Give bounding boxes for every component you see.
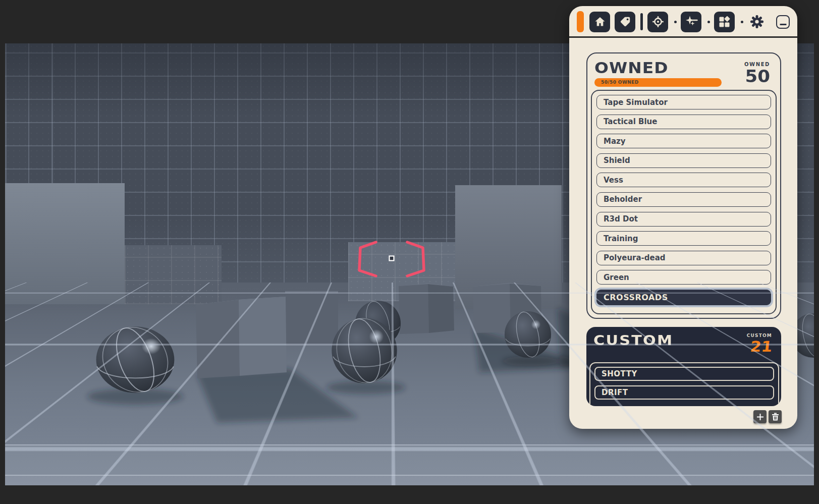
layout-grid-icon	[718, 16, 731, 28]
accent-bar	[577, 11, 584, 32]
tag-icon	[619, 16, 631, 28]
list-item-green[interactable]: Green	[596, 270, 771, 285]
list-item-beholder[interactable]: Beholder	[596, 192, 771, 207]
separator-dot	[741, 21, 743, 23]
custom-section: CUSTOM CUSTOM 21 SHOTTY DRIFT	[586, 327, 781, 406]
home-icon	[594, 16, 606, 28]
list-item-tape-simulator[interactable]: Tape Simulator	[596, 95, 771, 109]
panel-actions	[753, 410, 782, 423]
list-item-drift[interactable]: DRIFT	[594, 385, 774, 400]
app-window: OWNED 50/50 OWNED OWNED 50 Tape Simulato…	[0, 0, 819, 504]
scene-wall-right	[455, 185, 562, 309]
trash-icon	[772, 413, 779, 421]
target-sphere-center[interactable]	[331, 317, 398, 386]
plus-icon	[756, 413, 765, 421]
list-item-crossroads-selected[interactable]: CROSSROADS	[596, 290, 771, 305]
minimize-icon	[780, 24, 786, 25]
spark-icon	[685, 15, 698, 28]
home-button[interactable]	[589, 12, 610, 32]
add-custom-button[interactable]	[753, 410, 767, 423]
list-item-mazy[interactable]: Mazy	[596, 134, 771, 148]
layout-tab-button[interactable]	[714, 12, 735, 32]
delete-custom-button[interactable]	[769, 410, 782, 423]
owned-count: OWNED 50	[744, 62, 770, 85]
custom-count: CUSTOM 21	[747, 333, 772, 354]
cube-small	[285, 291, 338, 345]
scene-wall-center	[348, 242, 460, 301]
custom-count-value: 21	[744, 340, 773, 354]
target-sphere-left[interactable]	[95, 326, 175, 396]
owned-count-value: 50	[742, 68, 770, 85]
separator-dot	[674, 21, 677, 23]
list-item-r3d-dot[interactable]: R3d Dot	[596, 212, 771, 227]
gear-icon	[749, 14, 765, 29]
toolbar-divider	[640, 13, 643, 30]
panel-toolbar	[577, 11, 790, 32]
target-sphere-right[interactable]	[504, 311, 552, 360]
list-item-tactical-blue[interactable]: Tactical Blue	[596, 115, 771, 129]
scene-wall-left	[5, 183, 125, 304]
scene-platform-edge-near	[5, 475, 814, 485]
list-item-shotty[interactable]: SHOTTY	[594, 367, 774, 381]
owned-section: OWNED 50/50 OWNED OWNED 50 Tape Simulato…	[586, 52, 781, 319]
owned-progress-bar: 50/50 OWNED	[594, 78, 722, 87]
crosshair-panel: OWNED 50/50 OWNED OWNED 50 Tape Simulato…	[569, 6, 797, 429]
tag-button[interactable]	[615, 12, 635, 32]
minimize-button[interactable]	[776, 15, 790, 29]
settings-button[interactable]	[749, 14, 765, 29]
owned-crosshair-list: Tape Simulator Tactical Blue Mazy Shield…	[591, 90, 777, 314]
scene-wall-back-left	[125, 245, 222, 304]
list-item-training[interactable]: Training	[596, 231, 771, 246]
list-item-polyeura-dead[interactable]: Polyeura-dead	[596, 251, 771, 265]
custom-count-label: CUSTOM	[747, 333, 772, 338]
panel-divider	[569, 36, 797, 38]
target-icon	[651, 15, 665, 28]
effects-tab-button[interactable]	[681, 12, 701, 32]
list-item-shield[interactable]: Shield	[596, 153, 771, 168]
crosshair-tab-button[interactable]	[647, 12, 668, 32]
list-item-vess[interactable]: Vess	[596, 173, 771, 187]
custom-crosshair-list: SHOTTY DRIFT	[589, 362, 779, 406]
separator-dot	[707, 21, 710, 23]
